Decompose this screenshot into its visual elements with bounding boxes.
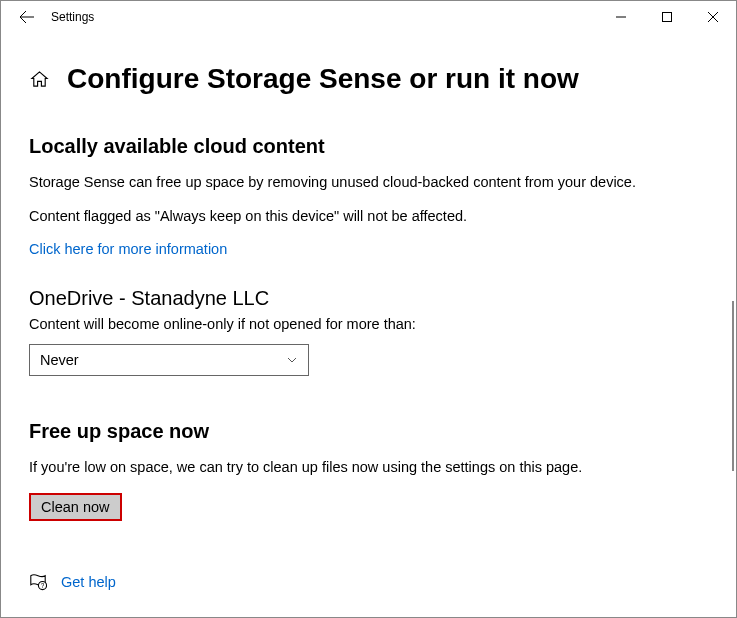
freeup-section-heading: Free up space now: [29, 420, 708, 443]
cloud-description-1: Storage Sense can free up space by remov…: [29, 172, 708, 192]
cloud-section-heading: Locally available cloud content: [29, 135, 708, 158]
back-button[interactable]: [13, 3, 41, 31]
home-icon[interactable]: [29, 69, 49, 89]
content-area: Configure Storage Sense or run it now Lo…: [1, 33, 736, 611]
get-help-link[interactable]: Get help: [61, 574, 116, 590]
window-title: Settings: [51, 10, 94, 24]
cloud-description-2: Content flagged as "Always keep on this …: [29, 206, 708, 226]
minimize-icon: [616, 12, 626, 22]
page-header: Configure Storage Sense or run it now: [29, 63, 708, 95]
clean-now-button[interactable]: Clean now: [29, 493, 122, 521]
close-button[interactable]: [690, 1, 736, 33]
window-controls: [598, 1, 736, 33]
help-icon: ?: [29, 573, 47, 591]
freeup-description: If you're low on space, we can try to cl…: [29, 457, 708, 477]
close-icon: [708, 12, 718, 22]
dropdown-selected-value: Never: [40, 352, 79, 368]
minimize-button[interactable]: [598, 1, 644, 33]
titlebar: Settings: [1, 1, 736, 33]
more-info-link[interactable]: Click here for more information: [29, 241, 227, 257]
svg-text:?: ?: [41, 582, 45, 589]
page-title: Configure Storage Sense or run it now: [67, 63, 579, 95]
help-row: ? Get help: [29, 573, 708, 591]
onedrive-description: Content will become online-only if not o…: [29, 314, 708, 334]
maximize-icon: [662, 12, 672, 22]
scrollbar[interactable]: [732, 301, 734, 471]
svg-rect-0: [663, 13, 672, 22]
chevron-down-icon: [286, 354, 298, 366]
onedrive-heading: OneDrive - Stanadyne LLC: [29, 287, 708, 310]
onedrive-interval-dropdown[interactable]: Never: [29, 344, 309, 376]
back-arrow-icon: [19, 9, 35, 25]
maximize-button[interactable]: [644, 1, 690, 33]
